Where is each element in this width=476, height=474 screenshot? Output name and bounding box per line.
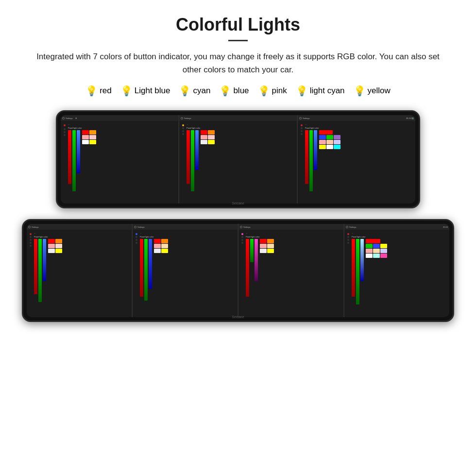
color-item-blue: 💡 blue <box>219 85 249 97</box>
top-screens-group: Settings ⚙ ← Panel light color <box>61 115 415 203</box>
color-item-yellow: 💡 yellow <box>354 85 391 97</box>
bulb-icon-lightblue: 💡 <box>120 85 133 97</box>
color-label-cyan: cyan <box>193 86 210 96</box>
color-item-lightcyan: 💡 light cyan <box>296 85 345 97</box>
color-labels-row: 💡 red 💡 Light blue 💡 cyan 💡 blue 💡 pink … <box>19 85 457 97</box>
screen-panel-C: Settings ← Panel light color <box>238 224 344 317</box>
screen-panel-3: Settings 20:24 📷 ← Panel <box>297 115 415 203</box>
title-divider <box>228 40 248 41</box>
color-label-red: red <box>100 86 112 96</box>
bulb-icon-blue: 💡 <box>219 85 231 97</box>
color-label-lightcyan: light cyan <box>310 86 345 96</box>
bottom-device-wrapper: Settings ← Panel light color <box>22 219 454 322</box>
top-watermark: Seicane <box>232 202 244 205</box>
page-title: Colorful Lights <box>19 15 457 35</box>
screen-panel-D: Settings 20:24 ← Panel lig <box>344 224 449 317</box>
top-device-wrapper: Settings ⚙ ← Panel light color <box>56 110 420 208</box>
color-item-cyan: 💡 cyan <box>179 85 210 97</box>
color-item-red: 💡 red <box>85 85 112 97</box>
description-text: Integrated with 7 colors of button indic… <box>29 50 447 76</box>
color-label-lightblue: Light blue <box>135 86 170 96</box>
screen-panel-B: Settings ← Panel light color <box>132 224 238 317</box>
bulb-icon-lightcyan: 💡 <box>296 85 308 97</box>
color-item-pink: 💡 pink <box>258 85 287 97</box>
screen-panel-2: Settings ← Panel light color <box>179 115 297 203</box>
bottom-watermark: Seicane <box>232 315 244 319</box>
color-label-pink: pink <box>272 86 287 96</box>
top-screens-row: Settings ⚙ ← Panel light color <box>19 110 457 208</box>
screen-panel-1: Settings ⚙ ← Panel light color <box>61 115 179 203</box>
bulb-icon-cyan: 💡 <box>179 85 191 97</box>
bulb-icon-red: 💡 <box>85 85 98 97</box>
bottom-screens-row: Settings ← Panel light color <box>19 219 457 322</box>
color-item-lightblue: 💡 Light blue <box>120 85 170 97</box>
bulb-icon-pink: 💡 <box>258 85 270 97</box>
color-label-blue: blue <box>233 86 249 96</box>
bottom-screens-group: Settings ← Panel light color <box>27 224 449 317</box>
color-label-yellow: yellow <box>368 86 391 96</box>
bulb-icon-yellow: 💡 <box>354 85 366 97</box>
screen-panel-A: Settings ← Panel light color <box>27 224 132 317</box>
